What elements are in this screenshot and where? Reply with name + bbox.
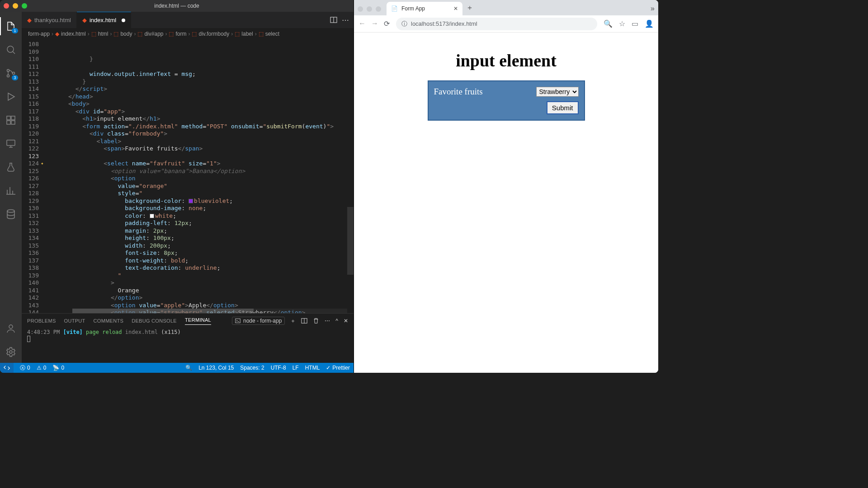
terminal-profile-select[interactable]: node - form-app	[232, 317, 285, 325]
svg-point-10	[9, 325, 13, 328]
minimize-window-icon[interactable]	[13, 3, 18, 9]
minimize-window-icon[interactable]	[367, 6, 372, 12]
run-debug-icon[interactable]	[0, 86, 22, 108]
settings-icon[interactable]	[0, 341, 22, 363]
profile-icon[interactable]: 👤	[645, 19, 654, 28]
html-file-icon: ◆	[27, 17, 32, 23]
html-file-icon: ◆	[82, 17, 87, 23]
address-bar[interactable]: ⓘ localhost:5173/index.html	[396, 18, 597, 30]
code-editor[interactable]: 1081091101111121131141151161171181191201…	[22, 40, 354, 313]
more-actions-icon[interactable]: ⋯	[342, 16, 349, 24]
horizontal-scrollbar[interactable]	[72, 309, 347, 313]
source-control-icon[interactable]: 3	[0, 62, 22, 84]
zoom-window-icon[interactable]	[22, 3, 27, 9]
panel-tab-terminal[interactable]: TERMINAL	[185, 317, 211, 325]
forward-icon: →	[371, 19, 378, 28]
browser-tab[interactable]: 📄 Form App ✕	[387, 2, 462, 15]
reading-list-icon[interactable]: ▭	[632, 19, 638, 28]
new-terminal-icon[interactable]: ＋	[290, 317, 296, 325]
page-heading: input element	[456, 51, 557, 70]
split-editor-icon[interactable]	[330, 16, 337, 23]
submit-button[interactable]: Submit	[547, 101, 579, 114]
terminal-cursor-icon	[27, 336, 30, 342]
split-terminal-icon[interactable]	[301, 318, 307, 324]
site-info-icon[interactable]: ⓘ	[401, 20, 407, 28]
ports-count[interactable]: 📡 0	[52, 365, 64, 371]
window-controls	[4, 3, 27, 9]
testing-icon[interactable]	[0, 156, 22, 178]
svg-point-11	[9, 351, 12, 353]
search-status-icon[interactable]: 🔍	[185, 365, 192, 371]
form-body: Favorite fruits Strawberry Submit	[428, 80, 585, 121]
browser-tab-title: Form App	[401, 5, 425, 12]
close-window-icon[interactable]	[4, 3, 9, 9]
panel-tab-problems[interactable]: PROBLEMS	[27, 318, 56, 324]
close-tab-icon[interactable]: ✕	[453, 5, 458, 12]
svg-rect-4	[7, 116, 10, 120]
warnings-count[interactable]: ⚠ 0	[37, 365, 47, 371]
breadcrumb[interactable]: form-app› ◆index.html› ⬚html› ⬚body› ⬚di…	[22, 28, 354, 40]
panel-tab-debug[interactable]: DEBUG CONSOLE	[132, 318, 177, 324]
browser-tabstrip: 📄 Form App ✕ ＋ »	[354, 0, 658, 15]
remote-indicator-icon[interactable]	[0, 363, 14, 373]
new-tab-icon[interactable]: ＋	[462, 0, 477, 15]
tab-label: thankyou.html	[34, 17, 71, 23]
tab-index[interactable]: ◆ index.html	[77, 12, 131, 28]
zoom-icon[interactable]: 🔍	[604, 19, 613, 28]
back-icon[interactable]: ←	[359, 19, 366, 28]
explorer-icon[interactable]: 1	[0, 15, 22, 37]
svg-point-2	[7, 75, 9, 77]
svg-point-0	[7, 46, 14, 52]
form-label: Favorite fruits	[434, 87, 483, 97]
svg-point-1	[7, 70, 9, 72]
browser-toolbar: ← → ⟳ ⓘ localhost:5173/index.html 🔍 ☆ ▭ …	[354, 15, 658, 33]
browser-window-controls	[358, 6, 381, 15]
favfruit-select[interactable]: Strawberry	[536, 87, 579, 97]
close-window-icon[interactable]	[358, 6, 363, 12]
svg-rect-7	[11, 116, 15, 120]
more-terminal-icon[interactable]: ⋯	[325, 318, 330, 324]
titlebar: index.html — code	[0, 0, 354, 12]
graph-icon[interactable]	[0, 180, 22, 202]
cursor-position[interactable]: Ln 123, Col 15	[198, 365, 234, 371]
panel-tab-output[interactable]: OUTPUT	[64, 318, 85, 324]
minimap-slider[interactable]	[347, 207, 354, 275]
errors-count[interactable]: ⓧ 0	[20, 364, 30, 372]
accounts-icon[interactable]	[0, 318, 22, 339]
scm-badge: 3	[12, 75, 18, 80]
page-content: input element Favorite fruits Strawberry…	[354, 33, 658, 373]
language-status[interactable]: HTML	[305, 365, 320, 371]
svg-rect-6	[11, 121, 15, 124]
editor-tabs: ◆ thankyou.html ◆ index.html ⋯	[22, 12, 354, 28]
status-bar: ⓧ 0 ⚠ 0 📡 0 🔍 Ln 123, Col 15 Spaces: 2 U…	[0, 363, 354, 373]
tab-thankyou[interactable]: ◆ thankyou.html	[22, 12, 77, 28]
tab-label: index.html	[90, 17, 116, 23]
eol-status[interactable]: LF	[292, 365, 299, 371]
tab-overflow-icon[interactable]: »	[651, 5, 655, 15]
indent-status[interactable]: Spaces: 2	[240, 365, 264, 371]
prettier-status[interactable]: ✓ Prettier	[326, 365, 350, 371]
svg-point-9	[7, 210, 14, 212]
close-panel-icon[interactable]: ✕	[344, 318, 348, 324]
kill-terminal-icon[interactable]	[313, 318, 319, 324]
dirty-indicator-icon	[122, 19, 125, 22]
reload-icon[interactable]: ⟳	[384, 19, 390, 28]
explorer-badge: 1	[12, 28, 18, 33]
search-icon[interactable]	[0, 39, 22, 61]
vscode-window: index.html — code 1 3	[0, 0, 354, 373]
panel-tab-comments[interactable]: COMMENTS	[94, 318, 124, 324]
favicon-icon: 📄	[391, 5, 398, 12]
terminal-body[interactable]: 4:48:23 PM [vite] page reload index.html…	[22, 328, 354, 363]
svg-point-3	[13, 72, 15, 75]
extensions-icon[interactable]	[0, 109, 22, 131]
bottom-panel: PROBLEMS OUTPUT COMMENTS DEBUG CONSOLE T…	[22, 313, 354, 363]
database-icon[interactable]	[0, 203, 22, 225]
svg-rect-5	[7, 121, 10, 124]
bookmark-icon[interactable]: ☆	[619, 19, 625, 28]
zoom-window-icon[interactable]	[376, 6, 381, 12]
browser-window: 📄 Form App ✕ ＋ » ← → ⟳ ⓘ localhost:5173/…	[354, 0, 658, 373]
window-title: index.html — code	[154, 3, 199, 9]
remote-explorer-icon[interactable]	[0, 133, 22, 155]
encoding-status[interactable]: UTF-8	[271, 365, 286, 371]
maximize-panel-icon[interactable]: ^	[335, 318, 338, 324]
